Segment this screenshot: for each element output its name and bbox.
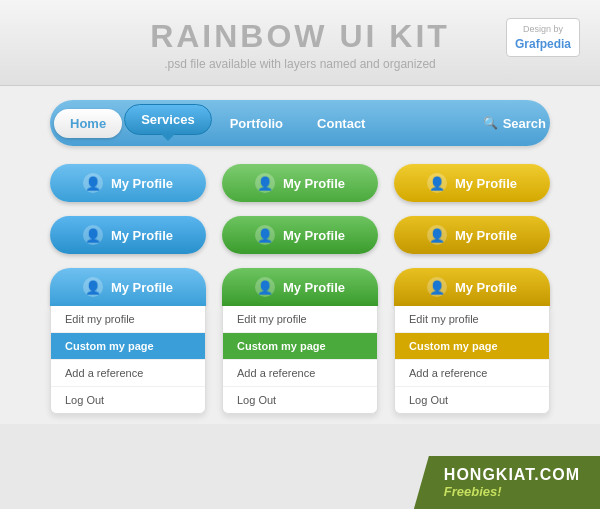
btn-label: My Profile (111, 228, 173, 243)
user-icon: 👤 (83, 173, 103, 193)
dropdown-item-edit[interactable]: Edit my profile (51, 306, 205, 333)
footer-tag: Freebies! (444, 484, 580, 499)
header: RAINBOW UI KIT .psd file available with … (0, 0, 600, 86)
dropdown-item-logout[interactable]: Log Out (223, 387, 377, 413)
nav-item-home[interactable]: Home (54, 109, 122, 138)
dropdown-item-reference[interactable]: Add a reference (395, 360, 549, 387)
btn-label: My Profile (455, 176, 517, 191)
user-icon: 👤 (427, 277, 447, 297)
dropdown-yellow: 👤 My Profile Edit my profile Custom my p… (394, 268, 550, 414)
dropdown-green: 👤 My Profile Edit my profile Custom my p… (222, 268, 378, 414)
main-content: Home Services Portfolio Contact 🔍 Search… (0, 86, 600, 424)
user-icon: 👤 (83, 225, 103, 245)
dropdown-blue: 👤 My Profile Edit my profile Custom my p… (50, 268, 206, 414)
btn-label: My Profile (283, 176, 345, 191)
profile-btn-yellow-2[interactable]: 👤 My Profile (394, 216, 550, 254)
user-icon: 👤 (427, 173, 447, 193)
dropdown-menu-blue: Edit my profile Custom my page Add a ref… (50, 306, 206, 414)
btn-label: My Profile (283, 228, 345, 243)
search-icon: 🔍 (483, 116, 498, 130)
page-title: RAINBOW UI KIT (20, 18, 580, 55)
profile-btn-blue-3[interactable]: 👤 My Profile (50, 268, 206, 306)
dropdown-item-custom[interactable]: Custom my page (223, 333, 377, 360)
btn-label: My Profile (111, 280, 173, 295)
profile-btn-green-3[interactable]: 👤 My Profile (222, 268, 378, 306)
nav-search[interactable]: 🔍 Search (483, 116, 546, 131)
dropdown-item-custom[interactable]: Custom my page (395, 333, 549, 360)
btn-label: My Profile (111, 176, 173, 191)
footer-banner: HONGKIAT.COM Freebies! (414, 456, 600, 509)
profile-btn-green-2[interactable]: 👤 My Profile (222, 216, 378, 254)
dropdown-item-logout[interactable]: Log Out (51, 387, 205, 413)
nav-item-contact[interactable]: Contact (301, 109, 381, 138)
profile-btn-yellow-3[interactable]: 👤 My Profile (394, 268, 550, 306)
nav-item-portfolio[interactable]: Portfolio (214, 109, 299, 138)
nav-item-services[interactable]: Services (124, 104, 212, 135)
design-by-label: Design by (515, 23, 571, 36)
dropdown-menu-green: Edit my profile Custom my page Add a ref… (222, 306, 378, 414)
btn-label: My Profile (283, 280, 345, 295)
user-icon: 👤 (255, 225, 275, 245)
dropdown-item-reference[interactable]: Add a reference (51, 360, 205, 387)
search-label[interactable]: Search (503, 116, 546, 131)
grafpedia-badge: Design by Grafpedia (506, 18, 580, 57)
profile-btn-blue-1[interactable]: 👤 My Profile (50, 164, 206, 202)
user-icon: 👤 (255, 277, 275, 297)
page-subtitle: .psd file available with layers named an… (20, 57, 580, 71)
footer-site: HONGKIAT.COM (444, 466, 580, 484)
dropdown-item-edit[interactable]: Edit my profile (223, 306, 377, 333)
user-icon: 👤 (255, 173, 275, 193)
dropdown-menu-yellow: Edit my profile Custom my page Add a ref… (394, 306, 550, 414)
dropdown-item-edit[interactable]: Edit my profile (395, 306, 549, 333)
profile-btn-blue-2[interactable]: 👤 My Profile (50, 216, 206, 254)
profile-btn-green-1[interactable]: 👤 My Profile (222, 164, 378, 202)
nav-services-wrapper: Services (124, 104, 212, 142)
dropdown-item-reference[interactable]: Add a reference (223, 360, 377, 387)
btn-label: My Profile (455, 228, 517, 243)
dropdown-item-logout[interactable]: Log Out (395, 387, 549, 413)
dropdown-item-custom[interactable]: Custom my page (51, 333, 205, 360)
user-icon: 👤 (427, 225, 447, 245)
page-wrapper: RAINBOW UI KIT .psd file available with … (0, 0, 600, 509)
grafpedia-brand: Grafpedia (515, 36, 571, 53)
btn-label: My Profile (455, 280, 517, 295)
profile-btn-yellow-1[interactable]: 👤 My Profile (394, 164, 550, 202)
buttons-grid: 👤 My Profile 👤 My Profile 👤 My Profile 👤… (50, 164, 550, 414)
nav-bar: Home Services Portfolio Contact 🔍 Search (50, 100, 550, 146)
user-icon: 👤 (83, 277, 103, 297)
nav-triangle (161, 134, 175, 141)
